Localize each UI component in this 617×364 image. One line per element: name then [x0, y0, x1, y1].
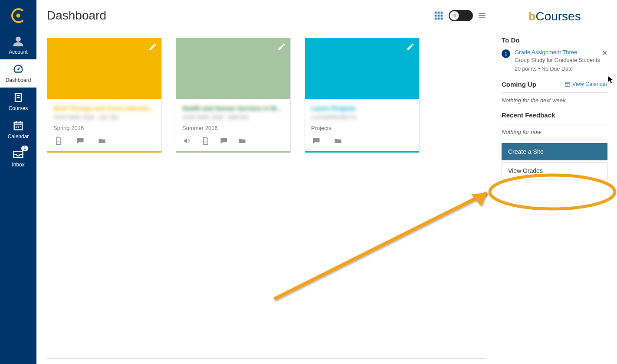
- card-title: Brief Therapy and Crisis Interven...: [53, 105, 155, 113]
- nav-calendar-label: Calendar: [8, 133, 29, 140]
- todo-item[interactable]: 1 Grade Assignment Three Group Study for…: [502, 49, 607, 73]
- toggle-knob: [450, 11, 459, 20]
- card-term: Projects: [311, 125, 413, 131]
- global-nav: Account Dashboard Courses Calendar 1 Inb…: [0, 0, 36, 364]
- gauge-icon: [12, 63, 24, 75]
- todo-link[interactable]: Grade Assignment Three: [515, 49, 600, 55]
- todo-meta: 20 points • No Due Date: [515, 65, 600, 73]
- brand-logo: bCourses: [502, 10, 607, 23]
- svg-rect-13: [441, 18, 443, 20]
- card-accent: [305, 151, 419, 153]
- card-subtitle: LUCASPROJECTS: [311, 114, 413, 120]
- card-subtitle: XXXX NNN, 2016 · LEC 001: [53, 114, 155, 120]
- svg-rect-11: [435, 18, 437, 20]
- announcement-icon[interactable]: [183, 136, 192, 145]
- nav-dashboard-label: Dashboard: [6, 77, 31, 83]
- svg-text:A+: A+: [57, 140, 61, 143]
- folder-icon[interactable]: [98, 136, 106, 145]
- card-footer: [305, 131, 419, 151]
- nav-courses[interactable]: Courses: [0, 88, 36, 116]
- card-header: [47, 38, 161, 99]
- edit-icon[interactable]: [406, 42, 415, 51]
- edit-icon[interactable]: [148, 42, 157, 51]
- berkeley-logo-icon: [10, 7, 27, 24]
- color-toggle[interactable]: [449, 10, 473, 21]
- card-subtitle: XXXX NNN, 2016 · SEM 001: [182, 114, 284, 120]
- svg-rect-10: [441, 15, 443, 17]
- nav-account[interactable]: Account: [0, 31, 36, 59]
- coming-up-message: Nothing for the next week: [502, 97, 607, 104]
- create-site-button[interactable]: Create a Site: [502, 143, 607, 160]
- card-accent: [47, 151, 161, 153]
- course-card[interactable]: Brief Therapy and Crisis Interven... XXX…: [47, 38, 162, 153]
- calendar-icon: [12, 120, 24, 132]
- svg-text:A+: A+: [204, 140, 208, 143]
- svg-rect-9: [438, 15, 440, 17]
- card-header: [305, 38, 419, 99]
- svg-rect-3: [17, 95, 20, 96]
- user-icon: [12, 35, 24, 47]
- nav-account-label: Account: [9, 49, 27, 55]
- folder-icon[interactable]: [334, 136, 342, 145]
- svg-text:7: 7: [567, 84, 568, 86]
- page-title: Dashboard: [47, 9, 106, 23]
- svg-rect-12: [438, 18, 440, 20]
- card-footer: A+: [47, 131, 161, 151]
- close-icon[interactable]: ✕: [602, 49, 607, 57]
- card-footer: A+: [176, 131, 290, 151]
- inbox-badge: 1: [21, 145, 29, 152]
- grid-view-icon[interactable]: [434, 11, 443, 20]
- todo-course: Group Study for Graduate Students: [515, 57, 600, 64]
- todo-heading: To Do: [502, 36, 607, 44]
- svg-rect-4: [17, 97, 20, 98]
- header: Dashboard: [47, 9, 486, 28]
- svg-rect-6: [438, 12, 440, 14]
- divider: [502, 124, 607, 124]
- nav-inbox-label: Inbox: [12, 162, 24, 168]
- nav-courses-label: Courses: [9, 105, 28, 111]
- edit-icon[interactable]: [277, 42, 286, 51]
- main-content: Dashboard Brief Therapy and Crisis Inter…: [36, 0, 496, 364]
- card-term: Spring 2016: [53, 125, 155, 131]
- footer-divider: [47, 358, 486, 359]
- card-accent: [176, 151, 290, 153]
- book-icon: [12, 91, 24, 104]
- svg-point-2: [17, 68, 19, 70]
- card-term: Summer 2016: [182, 125, 284, 131]
- nav-inbox[interactable]: 1 Inbox: [0, 144, 36, 172]
- cursor-icon: [607, 75, 614, 84]
- file-icon[interactable]: A+: [201, 136, 210, 145]
- feedback-heading: Recent Feedback: [502, 111, 607, 119]
- svg-point-0: [16, 14, 20, 18]
- svg-point-21: [490, 175, 615, 209]
- divider: [502, 92, 607, 93]
- list-view-icon[interactable]: [478, 12, 486, 20]
- file-icon[interactable]: A+: [54, 136, 63, 145]
- course-cards: Brief Therapy and Crisis Interven... XXX…: [47, 38, 486, 153]
- chat-icon[interactable]: [312, 136, 321, 145]
- svg-rect-15: [479, 15, 486, 16]
- todo-count-badge: 1: [502, 49, 510, 58]
- right-sidebar: bCourses To Do 1 Grade Assignment Three …: [496, 0, 617, 179]
- calendar-small-icon: 7: [564, 81, 571, 87]
- coming-up-heading: Coming Up: [502, 81, 536, 88]
- card-title: Health and Human Services in M...: [182, 105, 284, 113]
- card-title: Luca's Projects: [311, 105, 413, 113]
- logo[interactable]: [0, 0, 36, 31]
- chat-icon[interactable]: [220, 136, 228, 145]
- svg-rect-5: [435, 12, 437, 14]
- svg-point-1: [16, 37, 21, 42]
- card-header: [176, 38, 290, 99]
- chat-icon[interactable]: [76, 136, 85, 145]
- nav-calendar[interactable]: Calendar: [0, 116, 36, 144]
- svg-rect-8: [435, 15, 437, 17]
- header-tools: [434, 10, 486, 21]
- view-calendar-link[interactable]: 7 View Calendar: [564, 81, 607, 87]
- folder-icon[interactable]: [238, 136, 246, 145]
- nav-dashboard[interactable]: Dashboard: [0, 59, 36, 88]
- course-card[interactable]: Luca's Projects LUCASPROJECTS Projects: [305, 38, 420, 153]
- svg-rect-7: [441, 12, 443, 14]
- view-grades-button[interactable]: View Grades: [502, 162, 607, 179]
- svg-rect-14: [479, 13, 486, 14]
- course-card[interactable]: Health and Human Services in M... XXXX N…: [176, 38, 291, 153]
